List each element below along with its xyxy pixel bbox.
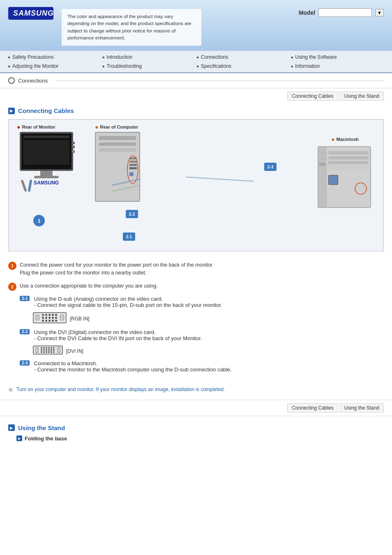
sub-instruction-2-3: 2-3 Connected to a Macintosh. - Connect … [20, 360, 384, 373]
tab-connecting-cables-top[interactable]: Connecting Cables [287, 92, 338, 101]
badge-1: 1 [33, 215, 45, 226]
rgb-icon [33, 312, 67, 323]
badge-2-2: 2-2 [126, 210, 138, 218]
section2: ▶ Using the Stand ▶ Folding the base [0, 418, 392, 450]
diagram-area: ● Rear of Monitor SAMSUNG 1 [8, 119, 384, 251]
nav-introduction[interactable]: Introduction [103, 53, 196, 61]
sub-2-2-text: Using the DVI (Digital) connector on the… [34, 329, 202, 341]
header-right: Model ▼ [299, 8, 384, 17]
badge-sm-2-3: 2-3 [20, 360, 30, 366]
rear-monitor-label: ● Rear of Monitor [17, 124, 55, 130]
dvi-label: [DVI IN] [66, 348, 83, 354]
section2-icon: ▶ [8, 424, 15, 431]
monitor-stand [40, 171, 53, 176]
section1-title: Connecting Cables [18, 107, 74, 114]
nav-adjusting[interactable]: Adjusting the Monitor [8, 62, 101, 70]
instr-num-1: 1 [8, 262, 16, 270]
instruction-1: 1 Connect the power cord for your monito… [8, 261, 384, 277]
model-dropdown-btn[interactable]: ▼ [375, 9, 384, 16]
rgb-label: [RGB IN] [70, 316, 90, 322]
instructions: 1 Connect the power cord for your monito… [0, 255, 392, 383]
mac-label: ● Macintosh [331, 136, 359, 143]
instr-text-2: Use a connection appropriate to the comp… [20, 282, 384, 290]
samsung-logo: SAMSUNG [8, 7, 53, 20]
nav-troubleshooting[interactable]: Troubleshooting [103, 62, 196, 70]
breadcrumb: Connections [0, 73, 392, 88]
macintosh-tower [318, 146, 371, 208]
header: SAMSUNG The color and appearance of the … [0, 0, 392, 51]
badge-2-1: 2-1 [123, 233, 135, 241]
note-line: ※ Turn on your computer and monitor. If … [8, 387, 384, 393]
sub-section-folding: ▶ Folding the base [16, 435, 384, 442]
dvi-icon [33, 345, 63, 355]
section2-header: ▶ Using the Stand [8, 421, 384, 433]
dvi-connector: [DVI IN] [33, 344, 384, 356]
notice-text: The color and appearance of the product … [67, 14, 191, 40]
instruction-2: 2 Use a connection appropriate to the co… [8, 282, 384, 291]
computer-tower [95, 132, 140, 202]
nav-safety[interactable]: Safety Precautions [8, 53, 101, 61]
tab-using-stand-bottom[interactable]: Using the Stand [340, 403, 384, 412]
rgb-connector: [RGB IN] [33, 311, 384, 325]
model-label: Model [299, 9, 315, 16]
tab-bar-bottom: Connecting Cables Using the Stand [0, 400, 392, 416]
diagram-inner: ● Rear of Monitor SAMSUNG 1 [9, 120, 383, 251]
tab-bar-top: Connecting Cables Using the Stand [0, 88, 392, 104]
sub-section-title: Folding the base [25, 435, 67, 442]
monitor-base [34, 176, 59, 178]
sub-instruction-2-2: 2-2 Using the DVI (Digital) connector on… [20, 329, 384, 356]
badge-sm-2-2: 2-2 [20, 329, 30, 334]
monitor-screen [20, 132, 73, 171]
note-text: Turn on your computer and monitor. If yo… [16, 387, 225, 393]
model-input[interactable] [318, 8, 372, 17]
nav-software[interactable]: Using the Software [291, 53, 384, 61]
section1-icon: ▶ [8, 108, 15, 114]
sub-section-icon: ▶ [16, 435, 22, 441]
sub-2-3-header: 2-3 Connected to a Macintosh. - Connect … [20, 360, 384, 373]
badge-2-3: 2-3 [264, 163, 277, 171]
breadcrumb-text: Connections [18, 78, 48, 84]
tab-using-stand-top[interactable]: Using the Stand [340, 92, 384, 101]
note-mark: ※ [8, 387, 13, 393]
section1-header: ▶ Connecting Cables [0, 104, 392, 116]
sub-2-1-header: 2-1 Using the D-sub (Analog) connector o… [20, 296, 384, 308]
header-center: The color and appearance of the product … [62, 5, 291, 46]
nav-specifications[interactable]: Specifications [197, 62, 290, 70]
header-notice: The color and appearance of the product … [62, 9, 201, 46]
tab-connecting-cables-bottom[interactable]: Connecting Cables [287, 403, 338, 412]
nav-connections[interactable]: Connections [197, 53, 290, 61]
svg-line-2 [186, 177, 254, 181]
rear-computer-label: ● Rear of Computer [95, 124, 138, 130]
badge-sm-2-1: 2-1 [20, 296, 30, 301]
sub-instruction-2-1: 2-1 Using the D-sub (Analog) connector o… [20, 296, 384, 325]
instr-text-1: Connect the power cord for your monitor … [20, 261, 384, 277]
nav-bar: Safety Precautions Introduction Connecti… [0, 51, 392, 73]
sub-2-3-text: Connected to a Macintosh. - Connect the … [34, 360, 231, 373]
instr-num-2: 2 [8, 283, 16, 291]
section2-title: Using the Stand [18, 424, 65, 431]
nav-information[interactable]: Information [291, 62, 384, 70]
monitor-illustration: SAMSUNG [14, 132, 78, 186]
sub-2-1-text: Using the D-sub (Analog) connector on th… [34, 296, 222, 308]
breadcrumb-icon [8, 77, 15, 84]
sub-2-2-header: 2-2 Using the DVI (Digital) connector on… [20, 329, 384, 341]
